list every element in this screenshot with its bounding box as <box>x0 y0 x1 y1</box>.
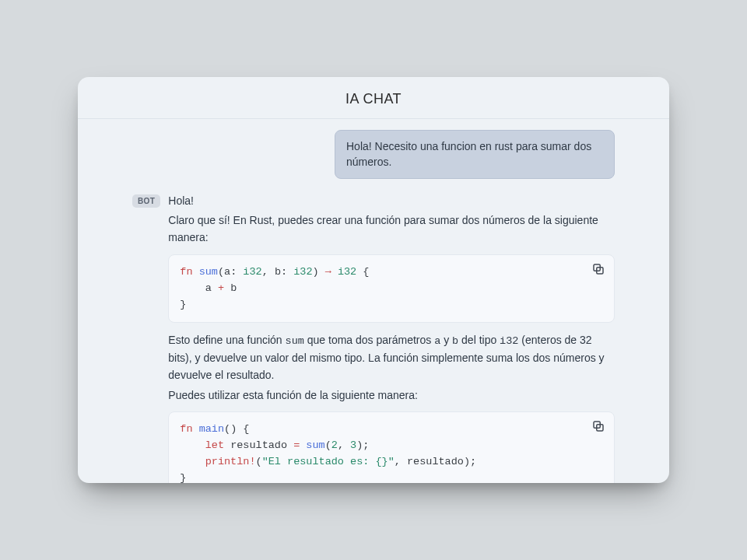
chat-card: IA CHAT Hola! Necesito una funcion en ru… <box>78 77 669 483</box>
bot-greeting: Hola! <box>168 193 615 210</box>
user-row: Hola! Necesito una funcion en rust para … <box>132 130 615 179</box>
bot-message: Hola! Claro que sí! En Rust, puedes crea… <box>168 193 615 483</box>
inline-code-b: b <box>452 335 458 347</box>
bot-intro: Claro que sí! En Rust, puedes crear una … <box>168 212 615 246</box>
inline-code-ty: i32 <box>500 335 518 347</box>
copy-icon[interactable] <box>591 261 606 277</box>
message-list[interactable]: Hola! Necesito una funcion en rust para … <box>78 119 669 483</box>
code-block-1: fn sum(a: i32, b: i32) → i32 { a + b } <box>168 254 615 324</box>
copy-icon[interactable] <box>591 418 606 434</box>
bot-badge: BOT <box>132 194 160 208</box>
bot-explain: Esto define una función sum que toma dos… <box>168 332 615 383</box>
bot-usage: Puedes utilizar esta función de la sigui… <box>168 387 615 404</box>
bot-row: BOT Hola! Claro que sí! En Rust, puedes … <box>132 193 615 483</box>
code-block-2: fn main() { let resultado = sum(2, 3); p… <box>168 411 615 483</box>
app-title: IA CHAT <box>78 91 669 107</box>
inline-code-fn: sum <box>286 335 304 347</box>
user-message: Hola! Necesito una funcion en rust para … <box>335 130 615 179</box>
header: IA CHAT <box>78 77 669 119</box>
